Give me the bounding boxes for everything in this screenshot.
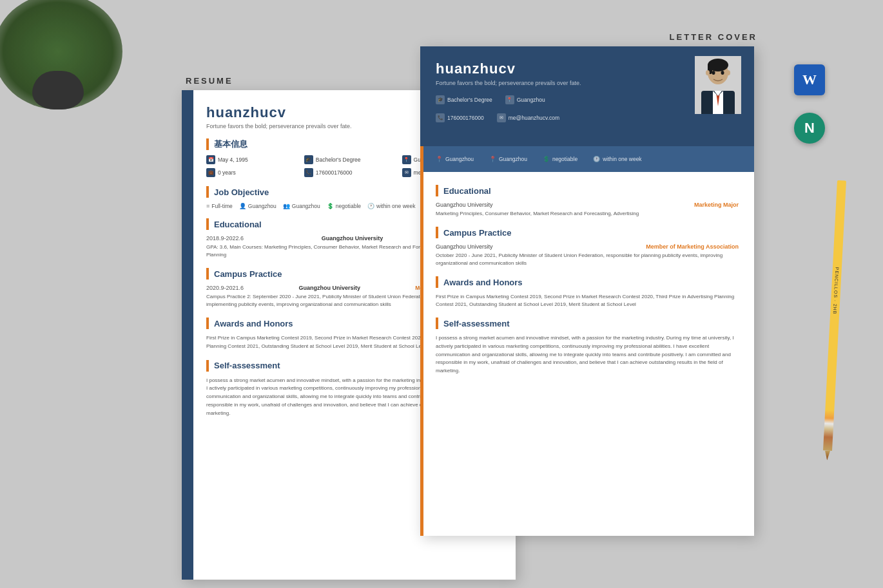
letter-edu-title: Educational [443, 186, 491, 196]
letter-tag-location2: 📍 Guangzhou [489, 156, 527, 162]
letter-phone: 176000176000 [447, 115, 484, 121]
campus-practice-title: Campus Practice [214, 269, 282, 279]
letter-tag-availability: 🕐 within one week [593, 156, 641, 162]
letter-location-item: 📍 Guangzhou [505, 95, 545, 104]
letter-degree-icon: 🎓 [436, 95, 445, 104]
job-objective-title: Job Objective [214, 187, 269, 197]
educational-title: Educational [214, 220, 262, 229]
degree-value: Bachelor's Degree [316, 156, 361, 163]
campus-practice-bar [206, 268, 209, 280]
svg-point-23 [726, 70, 730, 75]
letter-phone-icon: 📞 [436, 113, 445, 122]
letter-location: Guangzhou [517, 97, 545, 103]
selfassess-bar [206, 360, 209, 372]
letter-campus-header: Campus Practice [436, 227, 739, 238]
letter-location-icon: 📍 [505, 95, 514, 104]
letter-salary-value: negotiable [552, 156, 577, 162]
letter-tag-location1: 📍 Guangzhou [436, 156, 474, 162]
job-availability-value: within one week [376, 203, 415, 209]
job-type-icon: ≡ [206, 203, 209, 209]
letter-info-row2: 📞 176000176000 ✉ me@huanzhucv.com [436, 113, 739, 122]
letter-photo [695, 56, 741, 114]
svg-point-21 [721, 71, 724, 75]
letter-awards-header: Awards and Honors [436, 276, 739, 288]
job-location2-value: Guangzhou [292, 203, 320, 209]
selfassess-title: Self-assessment [214, 361, 280, 370]
degree-item: 🎓 Bachelor's Degree [304, 155, 402, 164]
letter-awards-bar [436, 276, 438, 288]
phone-value: 176000176000 [316, 169, 353, 176]
job-location1-value: Guangzhou [248, 203, 277, 209]
dob-value: May 4, 1995 [218, 156, 248, 163]
resume-sidebar [182, 90, 193, 580]
letter-edu-header: Educational [436, 185, 739, 196]
letter-tags-bar: 📍 Guangzhou 📍 Guangzhou 💲 negotiable 🕐 w… [420, 146, 754, 172]
job-type-tag: ≡ Full-time [206, 203, 233, 209]
resume-label: RESUME [186, 76, 233, 86]
experience-icon: 💼 [206, 168, 215, 177]
letter-campus-title: Campus Practice [443, 228, 512, 238]
letter-avail-icon: 🕐 [593, 156, 600, 162]
job-availability-tag: 🕐 within one week [367, 203, 415, 209]
letter-selfassess-section: Self-assessment I possess a strong marke… [436, 318, 739, 375]
campus-period: 2020.9-2021.6 [206, 285, 244, 291]
letter-campus-item: Guangzhou University Member of Marketing… [436, 243, 739, 250]
letter-selfassess-header: Self-assessment [436, 318, 739, 329]
phone-icon: 📞 [304, 168, 313, 177]
word-icon[interactable]: W [794, 64, 825, 95]
awards-bar [206, 318, 209, 329]
experience-value: 0 years [218, 169, 236, 176]
letter-campus-section: Campus Practice Guangzhou University Mem… [436, 227, 739, 267]
educational-bar [206, 218, 209, 230]
letter-email-icon: ✉ [497, 113, 506, 122]
job-type-value: Full-time [211, 203, 233, 209]
calendar-icon: 📅 [206, 155, 215, 164]
letter-avail-value: within one week [603, 156, 641, 162]
letter-info-row1: 🎓 Bachelor's Degree 📍 Guangzhou [436, 95, 739, 104]
email-icon: ✉ [402, 168, 411, 177]
letter-awards-text: First Prize in Campus Marketing Contest … [436, 293, 739, 308]
letter-email: me@huanzhucv.com [509, 115, 559, 121]
letter-campus-role: Member of Marketing Association [646, 243, 739, 250]
letter-campus-bar [436, 227, 438, 238]
job-location2-icon: 👥 [283, 203, 290, 209]
job-salary-value: negotiable [336, 203, 361, 209]
dob-item: 📅 May 4, 1995 [206, 155, 304, 164]
notion-icon-letter: N [804, 120, 815, 137]
basic-info-title: 基本信息 [214, 138, 247, 150]
letter-awards-section: Awards and Honors First Prize in Campus … [436, 276, 739, 308]
letter-name: huanzhucv [436, 61, 739, 77]
letter-edu-school: Guangzhou University [436, 202, 493, 208]
awards-title: Awards and Honors [214, 319, 293, 328]
letter-campus-school: Guangzhou University [436, 243, 493, 250]
letter-selfassess-bar [436, 318, 438, 329]
job-location1-icon: 👤 [239, 203, 246, 209]
letter-tag-salary: 💲 negotiable [543, 156, 577, 162]
job-salary-icon: 💲 [327, 203, 334, 209]
letter-cover-label: LETTER COVER [670, 32, 757, 42]
job-availability-icon: 🕐 [367, 203, 374, 209]
letter-edu-major: Marketing Major [694, 202, 739, 208]
edu-period: 2018.9-2022.6 [206, 235, 244, 242]
word-icon-letter: W [802, 71, 817, 88]
letter-edu-desc: Marketing Principles, Consumer Behavior,… [436, 210, 739, 218]
letter-loc1-value: Guangzhou [445, 156, 474, 162]
phone-item: 📞 176000176000 [304, 168, 402, 177]
notion-icon[interactable]: N [794, 113, 825, 144]
basic-info-bar [206, 138, 209, 150]
location-icon: 📍 [402, 155, 411, 164]
letter-email-item: ✉ me@huanzhucv.com [497, 113, 559, 122]
edu-school: Guangzhou University [322, 235, 383, 242]
letter-degree: Bachelor's Degree [447, 97, 492, 103]
job-salary-tag: 💲 negotiable [327, 203, 361, 209]
letter-salary-icon: 💲 [543, 156, 550, 162]
letter-phone-item: 📞 176000176000 [436, 113, 484, 122]
degree-icon: 🎓 [304, 155, 313, 164]
letter-educational-section: Educational Guangzhou University Marketi… [436, 185, 739, 218]
letter-campus-desc: October 2020 - June 2021, Publicity Mini… [436, 252, 739, 267]
svg-point-22 [706, 70, 710, 75]
letter-degree-item: 🎓 Bachelor's Degree [436, 95, 492, 104]
letter-tagline: Fortune favors the bold; perseverance pr… [436, 80, 739, 86]
letter-edu-item: Guangzhou University Marketing Major [436, 202, 739, 208]
letter-loc1-icon: 📍 [436, 156, 443, 162]
